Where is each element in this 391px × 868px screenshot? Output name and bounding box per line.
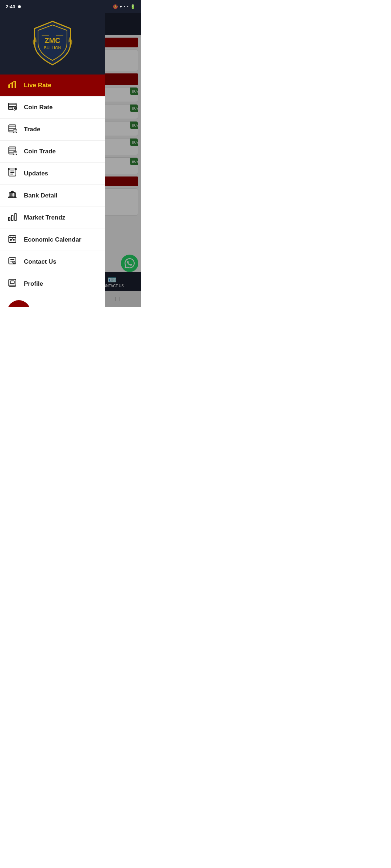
drawer-overlay[interactable] xyxy=(105,13,141,307)
bank-detail-label: Bank Detail xyxy=(24,192,58,199)
svg-rect-30 xyxy=(15,168,17,170)
sidebar-item-coin-rate[interactable]: ₹ Coin Rate xyxy=(0,97,105,119)
contact-us-icon xyxy=(7,256,17,268)
svg-rect-32 xyxy=(9,193,10,197)
svg-rect-6 xyxy=(15,81,16,88)
status-time: 2:40 ⏺ xyxy=(6,4,21,9)
market-trendz-icon xyxy=(7,212,17,224)
coin-rate-label: Coin Rate xyxy=(24,104,52,111)
trade-label: Trade xyxy=(24,126,40,133)
status-bar: 2:40 ⏺ 🔕 ▾ ▪ ▪ 🔋 xyxy=(0,0,141,13)
profile-icon xyxy=(7,278,17,290)
svg-rect-36 xyxy=(8,217,10,221)
sidebar-item-trade[interactable]: Trade xyxy=(0,119,105,141)
svg-text:BULLION: BULLION xyxy=(44,46,61,50)
svg-rect-38 xyxy=(15,213,16,221)
svg-rect-29 xyxy=(8,168,9,170)
svg-point-24 xyxy=(13,151,17,155)
svg-rect-52 xyxy=(10,281,14,284)
sidebar-item-economic-calendar[interactable]: Economic Calendar xyxy=(0,229,105,251)
app-container: NR SPOT 3.2453 573 / 73.2899 SELL 47475 … xyxy=(0,13,141,307)
live-rate-label: Live Rate xyxy=(24,82,51,89)
svg-text:ZMC: ZMC xyxy=(45,37,60,44)
svg-rect-4 xyxy=(8,85,10,88)
trade-icon xyxy=(7,124,17,135)
sidebar-item-contact-us[interactable]: Contact Us xyxy=(0,251,105,273)
coin-rate-icon: ₹ xyxy=(7,102,17,113)
drawer-menu: Live Rate ₹ Coin Rate xyxy=(0,75,105,307)
updates-icon xyxy=(7,168,17,179)
coin-trade-icon xyxy=(7,146,17,157)
contact-us-label: Contact Us xyxy=(24,258,56,265)
coin-trade-label: Coin Trade xyxy=(24,148,56,155)
live-rate-icon xyxy=(7,80,17,91)
svg-rect-33 xyxy=(12,193,13,197)
drawer-header: ZMC BULLION xyxy=(0,13,105,75)
sidebar-item-bank-detail[interactable]: Bank Detail xyxy=(0,185,105,207)
svg-rect-5 xyxy=(12,83,13,88)
login-row[interactable]: Login xyxy=(0,295,105,307)
sidebar-item-live-rate[interactable]: Live Rate xyxy=(0,75,105,97)
economic-calendar-icon xyxy=(7,234,17,246)
sidebar-item-market-trendz[interactable]: Market Trendz xyxy=(0,207,105,229)
svg-rect-35 xyxy=(8,197,16,198)
sidebar-item-profile[interactable]: Profile xyxy=(0,273,105,295)
status-icons: 🔕 ▾ ▪ ▪ 🔋 xyxy=(113,4,135,9)
sidebar-item-coin-trade[interactable]: Coin Trade xyxy=(0,141,105,163)
updates-label: Updates xyxy=(24,170,48,177)
profile-label: Profile xyxy=(24,280,43,288)
svg-rect-34 xyxy=(14,193,15,197)
sidebar-item-updates[interactable]: Updates xyxy=(0,163,105,185)
market-trendz-label: Market Trendz xyxy=(24,214,65,221)
logo-container: ZMC BULLION xyxy=(31,20,74,68)
bank-icon xyxy=(7,190,17,201)
svg-rect-37 xyxy=(12,216,13,221)
side-drawer: ZMC BULLION xyxy=(0,13,105,307)
economic-calendar-label: Economic Calendar xyxy=(24,236,81,243)
phone-fab[interactable] xyxy=(7,300,30,307)
